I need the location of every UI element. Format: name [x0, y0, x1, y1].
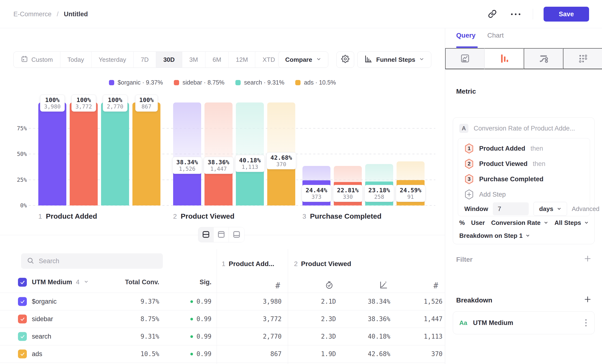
group-column-header[interactable]: UTM Medium 4 [32, 278, 89, 286]
row-checkbox[interactable] [18, 350, 27, 358]
table-step1-header[interactable]: 1 Product Add... [222, 260, 274, 268]
flow-icon [538, 53, 549, 64]
tab-query[interactable]: Query [456, 32, 476, 39]
bar-pct: 24.59% [400, 187, 421, 194]
total-conv-value: 9.37% [140, 298, 159, 305]
metric-step-3[interactable]: 3Purchase Completed [464, 174, 544, 184]
count-metric-icon[interactable]: # [275, 281, 280, 290]
range-today[interactable]: Today [60, 52, 91, 67]
add-step-button[interactable]: Add Step [464, 189, 506, 200]
range-label: XTD [262, 56, 275, 64]
tab-chart[interactable]: Chart [487, 32, 504, 39]
legend-item-ads[interactable]: ads · 10.5% [295, 79, 336, 86]
step2-avg-time: 2.3D [321, 315, 336, 322]
chart-settings-button[interactable] [336, 52, 354, 68]
funnel-chart: 75%50%25%0%100%3,98038.34%1,52624.44%373… [0, 103, 445, 205]
select-all-checkbox[interactable] [18, 278, 27, 287]
range-6m[interactable]: 6M [205, 52, 229, 67]
table-column-divider [217, 249, 217, 364]
breakdown-item[interactable]: Aa UTM Medium [453, 311, 595, 334]
then-label: then [531, 145, 543, 152]
funnel-bar-ads-step1[interactable] [132, 103, 161, 205]
funnel-bar-sidebar-step1[interactable] [70, 103, 98, 205]
table-row-ads[interactable]: ads10.5%8671.9D42.68%3700.99 [0, 345, 445, 363]
breadcrumb-current[interactable]: Untitled [64, 11, 88, 18]
metric-step-1[interactable]: 1Product Addedthen [464, 143, 543, 154]
count-metric-icon[interactable]: # [433, 281, 438, 290]
compare-button[interactable]: Compare [278, 52, 328, 68]
range-yesterday[interactable]: Yesterday [91, 52, 134, 67]
measure-steps-select[interactable]: All Steps [555, 219, 589, 226]
funnel-bar-organic-step1[interactable] [38, 103, 66, 205]
bar-pct: 100% [139, 96, 153, 103]
sig-number: 0.99 [196, 315, 211, 322]
breadcrumb-parent[interactable]: E-Commerce [13, 11, 52, 18]
row-checkbox[interactable] [18, 332, 27, 341]
measure-prefix[interactable]: % [459, 219, 465, 226]
kebab-menu-icon[interactable] [584, 318, 588, 328]
chart-type-retention-tab[interactable] [563, 48, 602, 69]
topbar-actions: Save [486, 0, 589, 28]
filter-section-title: Filter [456, 256, 473, 263]
view-table-only-button[interactable] [229, 227, 244, 242]
chart-type-metrics-tab[interactable] [445, 48, 484, 69]
table-row-organic[interactable]: $organic9.37%3,9802.1D38.34%1,5260.99 [0, 293, 445, 310]
legend-item-organic[interactable]: $organic · 9.37% [109, 79, 163, 86]
avg-time-metric-icon[interactable] [325, 281, 333, 290]
search-input[interactable] [38, 257, 157, 265]
breadcrumb: E-Commerce / Untitled [13, 0, 88, 28]
range-7d[interactable]: 7D [134, 52, 156, 67]
sig-header[interactable]: Sig. [199, 278, 211, 286]
row-checkbox[interactable] [18, 297, 27, 306]
legend-item-sidebar[interactable]: sidebar · 8.75% [174, 79, 224, 86]
metric-letter-badge: A [459, 124, 468, 133]
gear-icon [341, 55, 349, 65]
row-name: sidebar [32, 315, 53, 323]
advanced-toggle[interactable]: Advanced [572, 205, 602, 213]
bar-count: 258 [368, 194, 390, 200]
step2-avg-time: 1.9D [321, 350, 336, 358]
measure-user[interactable]: User [471, 219, 485, 226]
row-checkbox[interactable] [18, 315, 27, 323]
step-number: 1 [38, 213, 42, 220]
chart-type-selector-button[interactable]: Funnel Steps [357, 52, 431, 68]
breakdown-on-select[interactable]: Breakdown on Step 1 [459, 232, 530, 239]
measure-type-select[interactable]: Conversion Rate [491, 219, 548, 226]
bar-pct: 40.18% [239, 157, 260, 164]
chart-type-flow-tab[interactable] [524, 48, 563, 69]
funnel-step-label-1: 1Product Added [38, 212, 97, 220]
check-icon [20, 279, 25, 285]
total-conv-header[interactable]: Total Conv. [125, 278, 159, 286]
step-name: Product Viewed [301, 260, 351, 268]
row-name: search [32, 333, 51, 340]
save-button[interactable]: Save [544, 7, 589, 21]
property-type-badge: Aa [459, 319, 467, 327]
sig-number: 0.99 [196, 333, 211, 340]
legend-item-search[interactable]: search · 9.31% [235, 79, 284, 86]
table-search [21, 253, 163, 269]
conversion-metric-icon[interactable]: * [379, 280, 388, 290]
range-30d[interactable]: 30D [156, 52, 182, 67]
bar-value-label: 100%3,772 [71, 95, 96, 112]
window-value-input[interactable] [493, 202, 529, 215]
view-split-button[interactable] [198, 227, 214, 242]
table-row-sidebar[interactable]: sidebar8.75%3,7722.3D38.36%1,4470.99 [0, 310, 445, 328]
sig-number: 0.99 [196, 350, 211, 358]
bar-value-label: 23.18%258 [364, 185, 394, 202]
chart-type-funnel-tab[interactable] [484, 48, 524, 69]
table-row-search[interactable]: search9.31%2,7702.3D40.18%1,1130.99 [0, 328, 445, 345]
more-options-button[interactable] [509, 11, 522, 17]
add-filter-button[interactable] [584, 255, 591, 263]
window-unit-select[interactable]: days [534, 202, 567, 216]
range-custom[interactable]: Custom [14, 52, 60, 67]
metric-title-row[interactable]: A Conversion Rate of Product Adde... [459, 124, 575, 133]
range-12m[interactable]: 12M [229, 52, 256, 67]
add-breakdown-button[interactable] [584, 296, 591, 304]
view-chart-only-button[interactable] [214, 227, 229, 242]
range-3m[interactable]: 3M [182, 52, 205, 67]
table-step2-header[interactable]: 2 Product Viewed [294, 260, 351, 268]
metric-step-2[interactable]: 2Product Viewedthen [464, 159, 546, 169]
step2-avg-time: 2.1D [321, 298, 336, 305]
share-link-button[interactable] [486, 8, 499, 21]
funnel-bar-search-step1[interactable] [101, 103, 129, 205]
